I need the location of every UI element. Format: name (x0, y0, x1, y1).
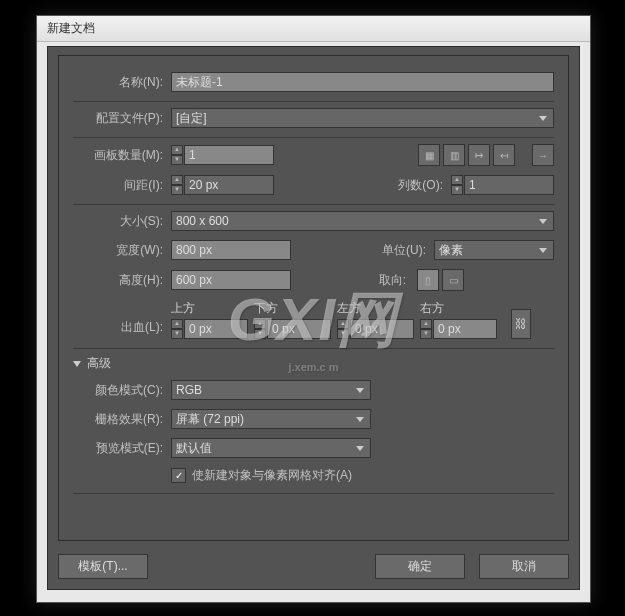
new-document-dialog: 新建文档 名称(N): 配置文件(P): [自定] 画板数量(M): ▲▼ ▦ (36, 15, 591, 603)
bleed-top-input[interactable] (184, 319, 248, 339)
spacing-spinner[interactable]: ▲▼ (171, 175, 183, 195)
panel: 名称(N): 配置文件(P): [自定] 画板数量(M): ▲▼ ▦ ▥ ↦ ↤ (47, 46, 580, 590)
bleed-right-label: 右方 (420, 300, 444, 317)
preview-select[interactable]: 默认值 (171, 438, 371, 458)
artboards-input[interactable] (184, 145, 274, 165)
advanced-header[interactable]: 高级 (73, 355, 554, 372)
bleed-top-spinner[interactable]: ▲▼ (171, 319, 183, 339)
cancel-button[interactable]: 取消 (479, 554, 569, 579)
bleed-left-input[interactable] (350, 319, 414, 339)
bleed-bottom-input[interactable] (267, 319, 331, 339)
arrange-right-icon[interactable]: ↦ (468, 144, 490, 166)
disclosure-triangle-icon (73, 361, 81, 367)
cols-input[interactable] (464, 175, 554, 195)
template-button[interactable]: 模板(T)... (58, 554, 148, 579)
footer: 模板(T)... 确定 取消 (58, 554, 569, 579)
ok-button[interactable]: 确定 (375, 554, 465, 579)
orient-label: 取向: (336, 272, 414, 289)
grid-by-row-icon[interactable]: ▦ (418, 144, 440, 166)
bleed-right-spinner[interactable]: ▲▼ (420, 319, 432, 339)
colormode-label: 颜色模式(C): (73, 382, 171, 399)
artboards-spinner[interactable]: ▲▼ (171, 145, 183, 165)
window-title: 新建文档 (47, 21, 95, 35)
titlebar: 新建文档 (37, 16, 590, 42)
size-select[interactable]: 800 x 600 (171, 211, 554, 231)
bleed-label: 出血(L): (73, 319, 171, 339)
grid-by-col-icon[interactable]: ▥ (443, 144, 465, 166)
bleed-bottom-label: 下方 (254, 300, 278, 317)
bleed-top-label: 上方 (171, 300, 195, 317)
units-select[interactable]: 像素 (434, 240, 554, 260)
width-label: 宽度(W): (73, 242, 171, 259)
units-label: 单位(U): (356, 242, 434, 259)
colormode-select[interactable]: RGB (171, 380, 371, 400)
spacing-input[interactable] (184, 175, 274, 195)
height-input[interactable] (171, 270, 291, 290)
arrange-down-icon[interactable]: → (532, 144, 554, 166)
artboards-label: 画板数量(M): (73, 147, 171, 164)
bleed-right-input[interactable] (433, 319, 497, 339)
orient-landscape-icon[interactable]: ▭ (442, 269, 464, 291)
width-input[interactable] (171, 240, 291, 260)
preview-label: 预览模式(E): (73, 440, 171, 457)
bleed-left-spinner[interactable]: ▲▼ (337, 319, 349, 339)
name-input[interactable] (171, 72, 554, 92)
raster-select[interactable]: 屏幕 (72 ppi) (171, 409, 371, 429)
bleed-bottom-spinner[interactable]: ▲▼ (254, 319, 266, 339)
bleed-left-label: 左方 (337, 300, 361, 317)
name-label: 名称(N): (73, 74, 171, 91)
raster-label: 栅格效果(R): (73, 411, 171, 428)
cols-label: 列数(O): (373, 177, 451, 194)
height-label: 高度(H): (73, 272, 171, 289)
form-area: 名称(N): 配置文件(P): [自定] 画板数量(M): ▲▼ ▦ ▥ ↦ ↤ (58, 55, 569, 541)
cols-spinner[interactable]: ▲▼ (451, 175, 463, 195)
align-checkbox[interactable]: ✓ (171, 468, 186, 483)
orient-portrait-icon[interactable]: ▯ (417, 269, 439, 291)
link-bleed-icon[interactable]: ⛓ (511, 309, 531, 339)
size-label: 大小(S): (73, 213, 171, 230)
profile-label: 配置文件(P): (73, 110, 171, 127)
profile-select[interactable]: [自定] (171, 108, 554, 128)
spacing-label: 间距(I): (73, 177, 171, 194)
arrange-left-icon[interactable]: ↤ (493, 144, 515, 166)
align-label: 使新建对象与像素网格对齐(A) (192, 467, 352, 484)
